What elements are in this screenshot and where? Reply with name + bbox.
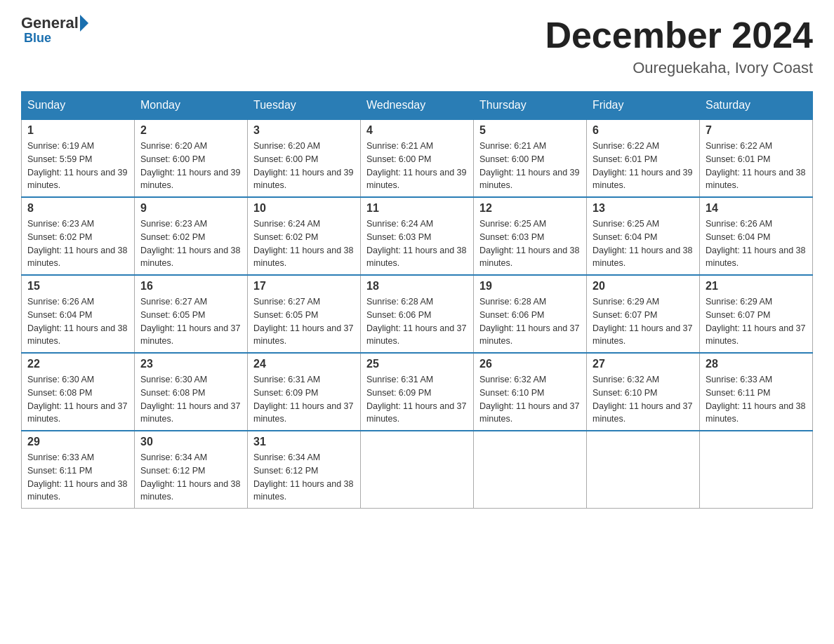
day-info: Sunrise: 6:26 AM Sunset: 6:04 PM Dayligh… <box>706 217 807 270</box>
day-info: Sunrise: 6:31 AM Sunset: 6:09 PM Dayligh… <box>253 373 355 426</box>
day-info: Sunrise: 6:34 AM Sunset: 6:12 PM Dayligh… <box>140 451 241 504</box>
day-info: Sunrise: 6:33 AM Sunset: 6:11 PM Dayligh… <box>706 373 807 426</box>
col-tuesday: Tuesday <box>248 92 361 120</box>
day-number: 5 <box>479 124 581 137</box>
day-number: 31 <box>253 436 355 448</box>
col-wednesday: Wednesday <box>361 92 474 120</box>
day-info: Sunrise: 6:20 AM Sunset: 6:00 PM Dayligh… <box>140 140 241 192</box>
table-row: 2 Sunrise: 6:20 AM Sunset: 6:00 PM Dayli… <box>135 119 248 197</box>
table-row: 10 Sunrise: 6:24 AM Sunset: 6:02 PM Dayl… <box>248 197 361 275</box>
day-info: Sunrise: 6:29 AM Sunset: 6:07 PM Dayligh… <box>706 295 807 348</box>
table-row: 23 Sunrise: 6:30 AM Sunset: 6:08 PM Dayl… <box>135 353 248 431</box>
day-number: 10 <box>253 202 355 215</box>
day-info: Sunrise: 6:28 AM Sunset: 6:06 PM Dayligh… <box>479 295 581 348</box>
day-number: 13 <box>593 202 694 215</box>
day-info: Sunrise: 6:25 AM Sunset: 6:03 PM Dayligh… <box>479 217 581 270</box>
day-number: 19 <box>479 280 581 293</box>
day-number: 17 <box>253 280 355 293</box>
table-row: 8 Sunrise: 6:23 AM Sunset: 6:02 PM Dayli… <box>22 197 135 275</box>
day-number: 21 <box>706 280 807 293</box>
day-info: Sunrise: 6:24 AM Sunset: 6:03 PM Dayligh… <box>366 217 468 270</box>
calendar-table: Sunday Monday Tuesday Wednesday Thursday… <box>21 91 813 509</box>
table-row: 20 Sunrise: 6:29 AM Sunset: 6:07 PM Dayl… <box>587 275 700 353</box>
day-info: Sunrise: 6:23 AM Sunset: 6:02 PM Dayligh… <box>27 217 128 270</box>
day-info: Sunrise: 6:34 AM Sunset: 6:12 PM Dayligh… <box>253 451 355 504</box>
table-row: 25 Sunrise: 6:31 AM Sunset: 6:09 PM Dayl… <box>361 353 474 431</box>
day-info: Sunrise: 6:21 AM Sunset: 6:00 PM Dayligh… <box>366 140 468 192</box>
calendar-week-row: 1 Sunrise: 6:19 AM Sunset: 5:59 PM Dayli… <box>22 119 813 197</box>
table-row: 11 Sunrise: 6:24 AM Sunset: 6:03 PM Dayl… <box>361 197 474 275</box>
day-info: Sunrise: 6:23 AM Sunset: 6:02 PM Dayligh… <box>140 217 241 270</box>
day-number: 18 <box>366 280 468 293</box>
col-monday: Monday <box>135 92 248 120</box>
day-number: 23 <box>140 358 241 370</box>
table-row: 6 Sunrise: 6:22 AM Sunset: 6:01 PM Dayli… <box>587 119 700 197</box>
col-saturday: Saturday <box>700 92 813 120</box>
day-number: 14 <box>706 202 807 215</box>
day-info: Sunrise: 6:33 AM Sunset: 6:11 PM Dayligh… <box>27 451 128 504</box>
table-row: 31 Sunrise: 6:34 AM Sunset: 6:12 PM Dayl… <box>248 431 361 509</box>
day-number: 30 <box>140 436 241 448</box>
table-row: 24 Sunrise: 6:31 AM Sunset: 6:09 PM Dayl… <box>248 353 361 431</box>
page-header: General Blue December 2024 Oureguekaha, … <box>21 14 813 77</box>
table-row: 12 Sunrise: 6:25 AM Sunset: 6:03 PM Dayl… <box>474 197 587 275</box>
day-number: 24 <box>253 358 355 370</box>
table-row: 7 Sunrise: 6:22 AM Sunset: 6:01 PM Dayli… <box>700 119 813 197</box>
table-row: 21 Sunrise: 6:29 AM Sunset: 6:07 PM Dayl… <box>700 275 813 353</box>
table-row: 5 Sunrise: 6:21 AM Sunset: 6:00 PM Dayli… <box>474 119 587 197</box>
logo: General Blue <box>21 14 90 46</box>
title-section: December 2024 Oureguekaha, Ivory Coast <box>545 14 813 77</box>
day-number: 9 <box>140 202 241 215</box>
day-number: 25 <box>366 358 468 370</box>
table-row: 3 Sunrise: 6:20 AM Sunset: 6:00 PM Dayli… <box>248 119 361 197</box>
table-row <box>361 431 474 509</box>
day-number: 16 <box>140 280 241 293</box>
location-subtitle: Oureguekaha, Ivory Coast <box>545 59 813 77</box>
day-info: Sunrise: 6:20 AM Sunset: 6:00 PM Dayligh… <box>253 140 355 192</box>
table-row: 18 Sunrise: 6:28 AM Sunset: 6:06 PM Dayl… <box>361 275 474 353</box>
day-number: 7 <box>706 124 807 137</box>
table-row: 9 Sunrise: 6:23 AM Sunset: 6:02 PM Dayli… <box>135 197 248 275</box>
calendar-header-row: Sunday Monday Tuesday Wednesday Thursday… <box>22 92 813 120</box>
day-number: 12 <box>479 202 581 215</box>
day-number: 6 <box>593 124 694 137</box>
table-row: 1 Sunrise: 6:19 AM Sunset: 5:59 PM Dayli… <box>22 119 135 197</box>
table-row: 4 Sunrise: 6:21 AM Sunset: 6:00 PM Dayli… <box>361 119 474 197</box>
day-info: Sunrise: 6:29 AM Sunset: 6:07 PM Dayligh… <box>593 295 694 348</box>
col-friday: Friday <box>587 92 700 120</box>
table-row: 13 Sunrise: 6:25 AM Sunset: 6:04 PM Dayl… <box>587 197 700 275</box>
table-row: 17 Sunrise: 6:27 AM Sunset: 6:05 PM Dayl… <box>248 275 361 353</box>
day-number: 1 <box>27 124 128 137</box>
table-row: 19 Sunrise: 6:28 AM Sunset: 6:06 PM Dayl… <box>474 275 587 353</box>
day-info: Sunrise: 6:26 AM Sunset: 6:04 PM Dayligh… <box>27 295 128 348</box>
table-row: 30 Sunrise: 6:34 AM Sunset: 6:12 PM Dayl… <box>135 431 248 509</box>
table-row: 16 Sunrise: 6:27 AM Sunset: 6:05 PM Dayl… <box>135 275 248 353</box>
day-info: Sunrise: 6:24 AM Sunset: 6:02 PM Dayligh… <box>253 217 355 270</box>
logo-blue-text: Blue <box>24 31 51 46</box>
col-thursday: Thursday <box>474 92 587 120</box>
col-sunday: Sunday <box>22 92 135 120</box>
day-number: 27 <box>593 358 694 370</box>
table-row: 22 Sunrise: 6:30 AM Sunset: 6:08 PM Dayl… <box>22 353 135 431</box>
day-info: Sunrise: 6:25 AM Sunset: 6:04 PM Dayligh… <box>593 217 694 270</box>
day-number: 20 <box>593 280 694 293</box>
table-row: 15 Sunrise: 6:26 AM Sunset: 6:04 PM Dayl… <box>22 275 135 353</box>
day-info: Sunrise: 6:30 AM Sunset: 6:08 PM Dayligh… <box>27 373 128 426</box>
table-row: 14 Sunrise: 6:26 AM Sunset: 6:04 PM Dayl… <box>700 197 813 275</box>
day-info: Sunrise: 6:32 AM Sunset: 6:10 PM Dayligh… <box>593 373 694 426</box>
day-number: 11 <box>366 202 468 215</box>
logo-arrow-icon <box>80 15 88 32</box>
day-number: 3 <box>253 124 355 137</box>
day-info: Sunrise: 6:22 AM Sunset: 6:01 PM Dayligh… <box>706 140 807 192</box>
calendar-week-row: 29 Sunrise: 6:33 AM Sunset: 6:11 PM Dayl… <box>22 431 813 509</box>
day-number: 2 <box>140 124 241 137</box>
day-info: Sunrise: 6:28 AM Sunset: 6:06 PM Dayligh… <box>366 295 468 348</box>
calendar-week-row: 15 Sunrise: 6:26 AM Sunset: 6:04 PM Dayl… <box>22 275 813 353</box>
day-info: Sunrise: 6:31 AM Sunset: 6:09 PM Dayligh… <box>366 373 468 426</box>
day-number: 26 <box>479 358 581 370</box>
day-number: 15 <box>27 280 128 293</box>
day-info: Sunrise: 6:22 AM Sunset: 6:01 PM Dayligh… <box>593 140 694 192</box>
main-title: December 2024 <box>545 14 813 56</box>
day-info: Sunrise: 6:32 AM Sunset: 6:10 PM Dayligh… <box>479 373 581 426</box>
logo-general-text: General <box>21 14 79 32</box>
